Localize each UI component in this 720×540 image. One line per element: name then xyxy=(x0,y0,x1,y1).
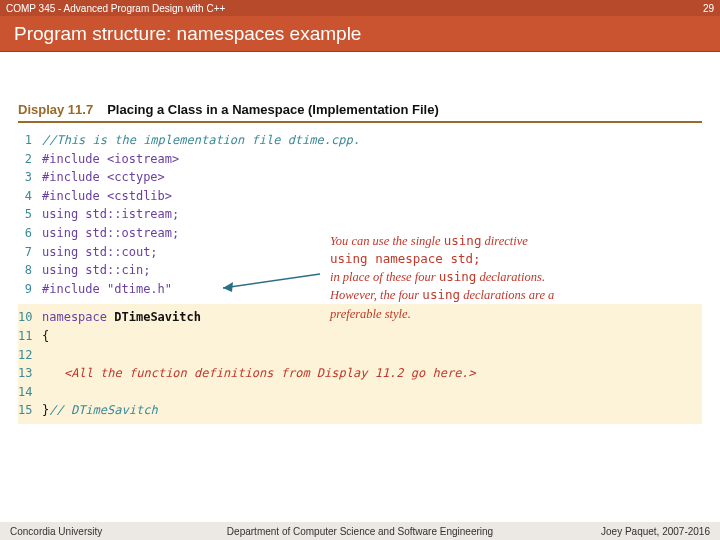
slide-number: 29 xyxy=(703,3,714,14)
course-label: COMP 345 - Advanced Program Design with … xyxy=(6,3,225,14)
code-row: 11{ xyxy=(18,327,702,346)
code-row: 12 xyxy=(18,346,702,365)
code-row: 1//This is the implementation file dtime… xyxy=(18,131,702,150)
code-row: 3#include <cctype> xyxy=(18,168,702,187)
footer-right: Joey Paquet, 2007-2016 xyxy=(601,526,710,537)
code-row: 14 xyxy=(18,383,702,402)
footer-middle: Department of Computer Science and Softw… xyxy=(227,526,493,537)
divider xyxy=(18,121,702,123)
slide-title-bar: Program structure: namespaces example xyxy=(0,16,720,52)
code-row: 5using std::istream; xyxy=(18,205,702,224)
code-row: 4#include <cstdlib> xyxy=(18,187,702,206)
top-ribbon: COMP 345 - Advanced Program Design with … xyxy=(0,0,720,16)
footer-left: Concordia University xyxy=(10,526,102,537)
display-title: Placing a Class in a Namespace (Implemen… xyxy=(107,102,439,117)
slide-content: Display 11.7 Placing a Class in a Namesp… xyxy=(0,102,720,540)
code-row: 2#include <iostream> xyxy=(18,150,702,169)
display-header: Display 11.7 Placing a Class in a Namesp… xyxy=(18,102,702,117)
display-label: Display 11.7 xyxy=(18,102,93,117)
code-row: 15}// DTimeSavitch xyxy=(18,401,702,420)
footer: Concordia University Department of Compu… xyxy=(0,522,720,540)
slide-title: Program structure: namespaces example xyxy=(14,23,361,45)
annotation-callout: You can use the single using directive u… xyxy=(330,232,630,323)
code-row: 13<All the function definitions from Dis… xyxy=(18,364,702,383)
